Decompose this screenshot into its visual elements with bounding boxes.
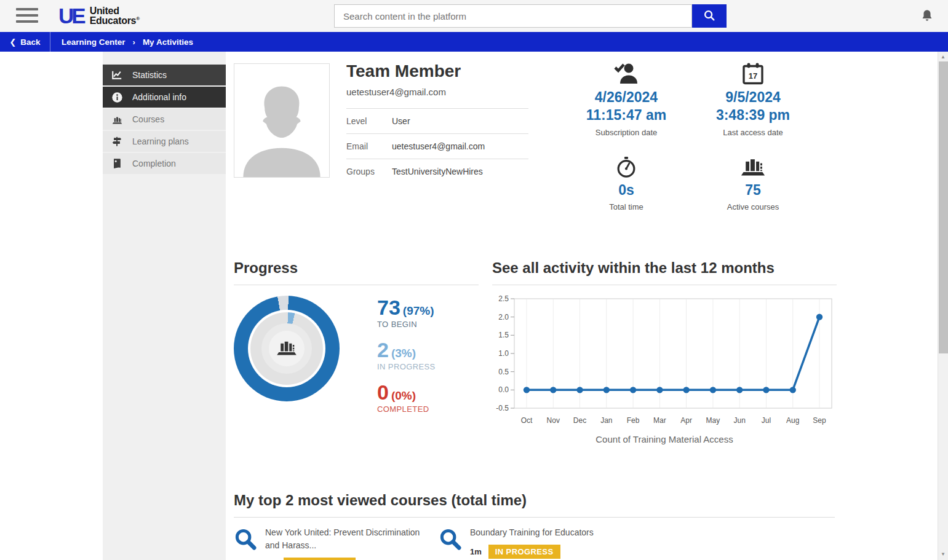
certificate-book-icon <box>111 157 123 170</box>
svg-text:Aug: Aug <box>786 416 799 425</box>
stat-last-access-date: 17 9/5/2024 3:48:39 pm Last access date <box>690 60 816 137</box>
progress-legend: 73(97%) TO BEGIN 2(3%) IN PROGRESS 0(0%)… <box>377 296 436 424</box>
progress-completed: 0(0%) COMPLETED <box>377 382 436 414</box>
svg-text:Oct: Oct <box>521 416 533 425</box>
sidebar-item-additional-info[interactable]: Additional info <box>103 87 226 108</box>
page-title: Team Member <box>346 61 528 81</box>
progress-to-begin: 73(97%) TO BEGIN <box>377 297 436 329</box>
sidebar-item-completion[interactable]: Completion <box>103 153 226 174</box>
brand-name: United Educators® <box>90 6 140 26</box>
svg-text:2.0: 2.0 <box>498 313 509 321</box>
scrollbar-down-arrow[interactable]: ▼ <box>938 550 948 559</box>
course-title: New York United: Prevent Discrimination … <box>265 526 420 552</box>
breadcrumb-my-activities[interactable]: My Activities <box>143 37 193 47</box>
chevron-right-icon: › <box>133 37 135 47</box>
books-icon <box>111 113 123 125</box>
breadcrumb-learning-center[interactable]: Learning Center <box>62 37 125 47</box>
back-button[interactable]: ❮ Back <box>0 32 50 52</box>
books-icon <box>690 153 816 179</box>
sidebar-item-statistics[interactable]: Statistics <box>103 65 226 85</box>
registered-mark: ® <box>136 16 140 22</box>
main-content: Team Member uetestuser4@gmail.com Level … <box>226 52 938 560</box>
profile-info: Team Member uetestuser4@gmail.com Level … <box>346 61 528 184</box>
course-title: Boundary Training for Educators <box>470 526 594 539</box>
svg-text:1.0: 1.0 <box>498 349 509 358</box>
calendar-icon: 17 <box>690 60 816 86</box>
chart-axis-title: Count of Training Material Access <box>492 434 837 444</box>
svg-text:Nov: Nov <box>547 416 560 425</box>
course-item[interactable]: Boundary Training for Educators 1m IN PR… <box>439 526 643 560</box>
search-icon <box>703 9 716 24</box>
signpost-icon <box>111 135 123 148</box>
svg-text:Mar: Mar <box>653 416 666 425</box>
calendar-day-number: 17 <box>749 71 757 81</box>
activity-line-chart: 2.52.01.51.00.50.0-0.5OctNovDecJanFebMar… <box>492 293 837 430</box>
svg-text:Sep: Sep <box>813 416 826 425</box>
breadcrumb-bar: ❮ Back Learning Center › My Activities <box>0 32 948 52</box>
course-item[interactable]: New York United: Prevent Discrimination … <box>234 526 439 560</box>
top-courses-section: My top 2 most viewed courses (total time… <box>234 492 835 560</box>
stat-active-courses: 75 Active courses <box>690 153 816 211</box>
profile-field-groups: Groups TestUniversityNewHires <box>346 159 528 184</box>
svg-text:0.0: 0.0 <box>498 385 509 394</box>
progress-title: Progress <box>234 259 479 285</box>
united-educators-logo: UE United Educators® <box>58 4 140 28</box>
svg-text:Jul: Jul <box>762 416 771 425</box>
vertical-scrollbar[interactable]: ▲ ▼ <box>938 52 948 560</box>
stat-total-time: 0s Total time <box>563 153 690 211</box>
breadcrumb: Learning Center › My Activities <box>62 37 193 47</box>
magnifier-icon <box>234 527 258 552</box>
stopwatch-icon <box>563 153 690 179</box>
stat-subscription-date: 4/26/2024 11:15:47 am Subscription date <box>563 60 690 137</box>
sidebar-item-learning-plans[interactable]: Learning plans <box>103 131 226 152</box>
activity-title: See all activity within the last 12 mont… <box>492 259 837 285</box>
scrollbar-thumb[interactable] <box>939 61 948 353</box>
svg-text:May: May <box>706 416 720 425</box>
report-sidebar: Statistics Additional info Courses <box>103 52 226 560</box>
svg-text:2.5: 2.5 <box>498 294 509 303</box>
svg-text:Apr: Apr <box>680 416 692 425</box>
top-courses-title: My top 2 most viewed courses (total time… <box>234 492 835 518</box>
top-header: UE United Educators® <box>0 0 948 32</box>
person-silhouette-icon <box>239 79 325 177</box>
notifications-bell-icon[interactable] <box>920 9 934 23</box>
profile-field-email: Email uetestuser4@gmail.com <box>346 133 528 159</box>
chevron-left-icon: ❮ <box>9 37 16 47</box>
my-activities-page: UE United Educators® <box>0 0 948 560</box>
sidebar-item-courses[interactable]: Courses <box>103 109 226 130</box>
svg-text:Jan: Jan <box>600 416 612 425</box>
svg-text:1.5: 1.5 <box>498 331 509 339</box>
magnifier-icon <box>439 527 463 552</box>
search-bar <box>334 4 727 28</box>
status-badge: IN PROGRESS <box>284 558 356 560</box>
search-input[interactable] <box>334 4 692 28</box>
progress-in-progress: 2(3%) IN PROGRESS <box>377 339 436 371</box>
profile-email: uetestuser4@gmail.com <box>346 87 528 97</box>
ue-monogram: UE <box>58 4 84 28</box>
search-button[interactable] <box>692 4 727 28</box>
left-gutter <box>0 52 103 560</box>
svg-text:0.5: 0.5 <box>498 368 509 376</box>
summary-stats: 4/26/2024 11:15:47 am Subscription date … <box>563 60 816 211</box>
svg-text:-0.5: -0.5 <box>496 404 509 412</box>
scrollbar-up-arrow[interactable]: ▲ <box>938 53 948 61</box>
svg-text:Jun: Jun <box>734 416 746 425</box>
course-time: 1m <box>470 547 482 556</box>
svg-text:Feb: Feb <box>627 416 640 425</box>
svg-text:Dec: Dec <box>573 416 586 425</box>
status-badge: IN PROGRESS <box>488 545 560 559</box>
profile-field-level: Level User <box>346 108 528 133</box>
charts-row: Progress <box>234 259 837 444</box>
user-avatar <box>234 63 330 178</box>
user-check-icon <box>563 60 690 86</box>
hamburger-menu-icon[interactable] <box>16 8 38 24</box>
books-icon <box>276 337 298 360</box>
info-icon <box>111 91 123 103</box>
progress-donut-chart <box>234 296 340 401</box>
activity-section: See all activity within the last 12 mont… <box>492 259 837 444</box>
statistics-chart-icon <box>111 69 123 81</box>
progress-section: Progress <box>234 259 479 444</box>
